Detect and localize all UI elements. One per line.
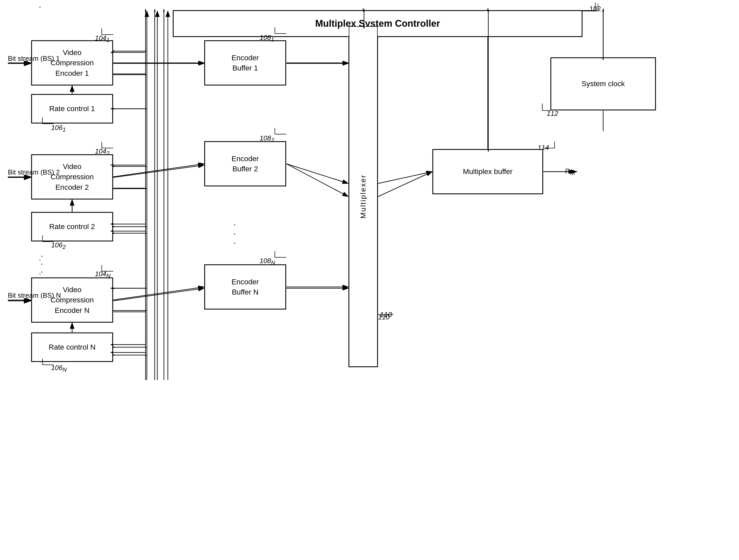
svg-line-25 xyxy=(286,164,348,197)
svg-line-105 xyxy=(378,172,432,183)
rate-control-1-box: Rate control 1 xyxy=(31,95,113,123)
svg-text:.: . xyxy=(234,217,236,227)
rm-label: Rm xyxy=(565,167,575,177)
bitstream-n-label: Bit stream (BS) N xyxy=(8,292,61,300)
video-encoder-2-box: VideoCompressionEncoder 2 xyxy=(31,155,113,199)
svg-marker-114 xyxy=(602,8,604,12)
svg-line-88 xyxy=(113,165,204,177)
svg-marker-63 xyxy=(602,8,604,11)
video-encoder-n-box: VideoCompressionEncoder N xyxy=(31,278,113,322)
encoder-buffer-1-box: EncoderBuffer 1 xyxy=(204,41,286,85)
ref-106-n-label: 106N xyxy=(51,364,66,373)
ref-108-1-label: 1081 xyxy=(260,33,274,43)
ellipsis-encoder-label: . xyxy=(39,253,42,263)
ref-108-2-label: 1082 xyxy=(260,134,274,144)
ref-102-label: 102 xyxy=(590,5,601,13)
multiplex-buffer-box: Multiplex buffer xyxy=(433,149,543,194)
svg-marker-75 xyxy=(154,8,155,12)
ref-110-label: 110 xyxy=(378,313,390,321)
svg-marker-46 xyxy=(113,226,116,227)
rate-control-n-box: Rate control N xyxy=(31,333,113,362)
ref-106-1-label: 1061 xyxy=(51,124,65,133)
video-encoder-1-box: VideoCompressionEncoder 1 xyxy=(31,41,113,85)
svg-line-97 xyxy=(113,288,204,301)
multiplex-controller-box: Multiplex System Controller xyxy=(173,10,582,37)
ref-114-label: 114 xyxy=(538,144,549,152)
ref-108-n-label: 108N xyxy=(260,257,275,266)
ellipsis-encoder-label-3: . xyxy=(39,267,41,276)
multiplexer-box: Multiplexer xyxy=(349,26,378,367)
encoder-buffer-n-box: EncoderBuffer N xyxy=(204,265,286,309)
ref-112-label: 112 xyxy=(547,110,558,118)
svg-line-22 xyxy=(113,164,204,177)
svg-marker-76 xyxy=(163,8,165,12)
encoder-buffer-2-box: EncoderBuffer 2 xyxy=(204,142,286,186)
ref-104-1-label: 1041 xyxy=(95,34,109,43)
svg-marker-42 xyxy=(113,166,116,167)
ref-106-2-label: 1062 xyxy=(51,241,65,250)
svg-text:.: . xyxy=(234,235,236,245)
ellipsis-encoder-label-2: . xyxy=(39,0,41,10)
bitstream-1-label: Bit stream (BS) 1 xyxy=(8,54,60,63)
bitstream-2-label: Bit stream (BS) 2 xyxy=(8,168,60,176)
svg-text:.: . xyxy=(234,226,236,236)
svg-marker-40 xyxy=(113,108,116,110)
svg-marker-36 xyxy=(113,50,116,52)
svg-marker-50 xyxy=(113,288,116,289)
svg-marker-74 xyxy=(145,8,146,12)
svg-line-23 xyxy=(113,287,204,300)
system-clock-box: System clock xyxy=(551,58,655,110)
svg-marker-54 xyxy=(113,346,116,348)
svg-line-99 xyxy=(286,164,348,183)
ref-104-n-label: 104N xyxy=(95,270,110,279)
svg-marker-48 xyxy=(113,232,116,234)
rate-control-2-box: Rate control 2 xyxy=(31,212,113,241)
svg-line-27 xyxy=(378,172,432,197)
svg-marker-56 xyxy=(113,354,116,356)
ref-104-2-label: 1042 xyxy=(95,147,109,157)
